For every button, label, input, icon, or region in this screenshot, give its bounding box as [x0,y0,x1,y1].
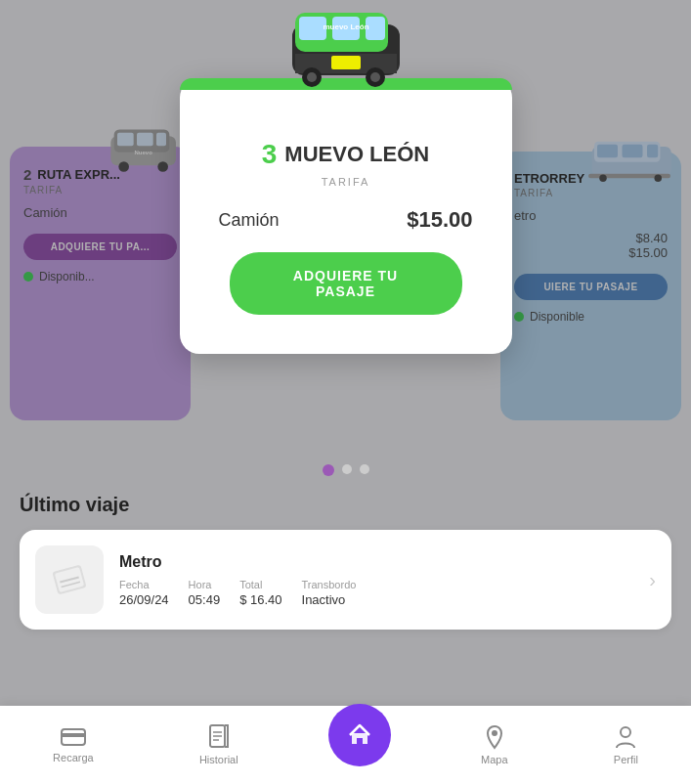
trip-transbordo-label: Transbordo [302,579,357,590]
trip-meta-row: Fecha 26/09/24 Hora 05:49 Total $ 16.40 … [119,579,641,607]
cards-area: 2 RUTA EXPR... TARIFA Camión ADQUIERE TU… [0,0,691,784]
trip-info: Metro Fecha 26/09/24 Hora 05:49 Total $ … [119,553,641,607]
map-icon [484,724,505,750]
modal-route-number: 3 [262,139,278,170]
ultimo-viaje-section: Último viaje Metro Fecha 26/09/24 [0,494,691,630]
ticket-icon-wrap [35,545,104,614]
trip-transport-name: Metro [119,553,641,571]
svg-rect-26 [331,56,361,69]
nav-label-perfil: Perfil [614,754,638,765]
modal-tarifa-label: TARIFA [209,176,483,188]
bottom-nav: Recarga Historial [0,706,691,784]
svg-text:muevo León: muevo León [323,22,368,31]
modal-buy-button[interactable]: ADQUIERE TU PASAJE [230,252,462,315]
doc-icon [208,724,230,750]
nav-item-inicio[interactable] [328,704,391,766]
svg-point-38 [492,730,497,736]
pagination-dots [323,464,369,476]
nav-item-mapa[interactable]: Mapa [465,717,524,773]
person-icon [615,724,636,750]
ultimo-viaje-title: Último viaje [20,494,671,516]
trip-card[interactable]: Metro Fecha 26/09/24 Hora 05:49 Total $ … [20,530,671,630]
nav-label-recarga: Recarga [53,752,94,763]
trip-chevron-icon: › [649,569,656,591]
card-icon [61,726,86,748]
pagination-dot-1 [323,464,334,476]
pagination-dot-3 [360,464,369,474]
pagination-dot-2 [342,464,352,474]
modal-price-row: Camión $15.00 [209,207,483,233]
trip-hora-value: 05:49 [189,592,221,607]
ticket-icon [50,560,89,599]
trip-hora-label: Hora [189,579,221,590]
nav-item-perfil[interactable]: Perfil [598,717,654,773]
modal-card: muevo León 3 MUEVO LEÓN TARIFA Camión $1… [180,78,512,354]
svg-rect-33 [62,733,85,737]
modal-route-name: MUEVO LEÓN [284,142,429,167]
modal-bus-icon: muevo León [287,5,405,107]
nav-item-historial[interactable]: Historial [184,717,254,773]
svg-point-23 [307,72,317,82]
trip-fecha-value: 26/09/24 [119,592,169,607]
trip-transbordo-value: Inactivo [302,592,357,607]
modal-price: $15.00 [407,207,472,233]
svg-point-39 [621,727,630,737]
trip-fecha-label: Fecha [119,579,169,590]
modal-transport-type: Camión [219,210,280,231]
trip-fecha: Fecha 26/09/24 [119,579,169,607]
trip-transbordo: Transbordo Inactivo [302,579,357,607]
nav-label-historial: Historial [199,754,238,765]
trip-hora: Hora 05:49 [189,579,221,607]
nav-item-recarga[interactable]: Recarga [37,719,109,771]
trip-total-label: Total [239,579,281,590]
nav-label-mapa: Mapa [481,754,508,765]
home-icon [347,722,372,748]
trip-total-value: $ 16.40 [239,592,281,607]
trip-total: Total $ 16.40 [239,579,281,607]
svg-point-25 [370,72,380,82]
modal-body: 3 MUEVO LEÓN TARIFA Camión $15.00 ADQUIE… [180,90,512,325]
